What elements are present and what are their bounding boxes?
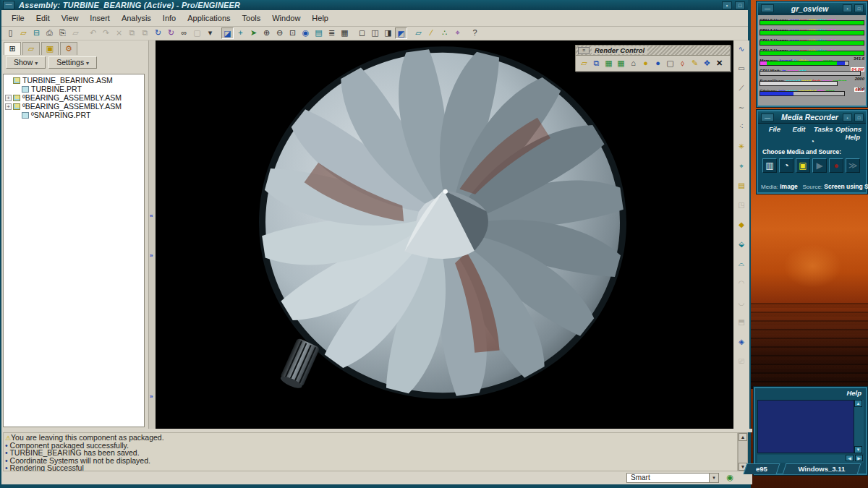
movie-media-button[interactable]: ▥ [762, 158, 777, 173]
note-tool-icon[interactable]: ▤ [736, 180, 748, 192]
menu-options[interactable]: Options [835, 125, 861, 133]
maximize-button[interactable]: □ [735, 1, 745, 9]
zoom-out-icon[interactable]: ⊖ [273, 27, 286, 39]
scroll-up-icon[interactable]: ▲ [854, 400, 862, 407]
context-help-icon[interactable]: ? [469, 27, 481, 39]
open-scene-icon[interactable]: ▱ [578, 58, 590, 69]
view-manager-icon[interactable]: ▦ [339, 27, 351, 39]
datum-axes-toggle-icon[interactable]: ⁄ [425, 27, 438, 39]
display-no-hidden-icon[interactable]: ◨ [382, 27, 394, 39]
maximize-icon[interactable]: □ [854, 4, 864, 12]
minimize-button[interactable]: • [722, 1, 732, 9]
round-tool-icon[interactable]: ◠ [736, 278, 748, 289]
drag-handle-icon[interactable]: ≡ [578, 47, 590, 54]
maximize-icon[interactable]: □ [854, 114, 864, 121]
help-content-area[interactable] [757, 400, 854, 453]
render-icon[interactable]: ❖ [701, 58, 713, 69]
texture-icon[interactable]: ⬨ [676, 58, 689, 69]
orient-mode-icon[interactable]: ➤ [247, 27, 260, 39]
model-tree-tab-icon[interactable]: ⊞ [4, 42, 21, 55]
menu-file[interactable]: File [762, 125, 787, 133]
scene-icon[interactable]: ▦ [603, 58, 615, 69]
scroll-up-icon[interactable]: ▲ [739, 433, 747, 441]
chamfer-tool-icon[interactable]: ◡ [736, 297, 748, 309]
minimize-icon[interactable]: — [761, 114, 774, 121]
menu-info[interactable]: Info [157, 12, 182, 25]
menu-view[interactable]: View [56, 12, 85, 25]
scroll-down-icon[interactable]: ▼ [854, 446, 862, 453]
folder-browser-tab-icon[interactable]: ▱ [22, 42, 40, 55]
taskbar-tab-windows-3-11[interactable]: Windows_3.11 [783, 463, 861, 474]
menu-edit[interactable]: Edit [787, 125, 812, 133]
revolve-tool-icon[interactable]: ◈ [736, 336, 748, 348]
tree-item-bearing-assembly-1[interactable]: + ºBEARING_ASSEMBLY.ASM [5, 93, 144, 102]
menu-analysis[interactable]: Analysis [116, 12, 157, 25]
copy-geom-tool-icon[interactable]: ◳ [736, 200, 748, 211]
record-button[interactable]: ● [829, 158, 843, 173]
taskbar-tab-e95[interactable]: e95 [744, 463, 780, 474]
menu-edit[interactable]: Edit [30, 12, 56, 25]
datum-curve-tool-icon[interactable]: ∼ [736, 102, 748, 114]
tree-item-turbine-prt[interactable]: TURBINE.PRT [14, 85, 144, 93]
regenerate-custom-icon[interactable]: ↻ [165, 27, 177, 39]
rib-tool-icon[interactable]: ⌓ [736, 258, 748, 270]
scroll-right-icon[interactable]: ▶ [855, 455, 863, 461]
scroll-left-icon[interactable]: ◀ [846, 455, 854, 461]
shade-icon[interactable]: ◪ [221, 27, 234, 39]
display-wireframe-icon[interactable]: ◻ [356, 27, 368, 39]
select-box-icon[interactable]: ▢ [191, 27, 203, 39]
expand-icon[interactable]: + [5, 95, 12, 101]
restore-icon[interactable]: • [843, 114, 852, 121]
chevron-down-icon[interactable]: ▾ [709, 474, 718, 482]
gr-osview-titlebar[interactable]: — gr_osview • □ [758, 3, 866, 14]
copy-scene-icon[interactable]: ⧉ [590, 58, 603, 69]
tree-item-snapring-prt[interactable]: ºSNAPRING.PRT [14, 111, 144, 119]
new-icon[interactable]: ▯ [4, 27, 17, 39]
reorient-icon[interactable]: ◉ [299, 27, 312, 39]
media-recorder-titlebar[interactable]: — Media Recorder • □ [758, 111, 866, 124]
undo-icon[interactable]: ↶ [87, 27, 99, 39]
render-control-palette[interactable]: ≡ Render Control ▱ ⧉ ▦ ▦ ⌂ ● ● ▢ ⬨ ✎ ❖ ✕ [575, 45, 731, 72]
room-editor-icon[interactable]: ⌂ [627, 58, 639, 69]
environment-icon[interactable]: ▦ [615, 58, 627, 69]
sash-expand-icon[interactable]: » [150, 252, 153, 259]
menu-applications[interactable]: Applications [182, 12, 236, 25]
shell-tool-icon[interactable]: ⬙ [736, 239, 748, 250]
spin-center-icon[interactable]: + [234, 27, 247, 39]
refit-icon[interactable]: ⊡ [286, 27, 299, 39]
display-shaded-icon[interactable]: ◩ [395, 27, 407, 39]
panel-sash[interactable]: « » » [148, 40, 156, 429]
menu-help[interactable]: Help [755, 388, 866, 398]
analysis-measure-tool-icon[interactable]: ⌖ [736, 160, 748, 172]
show-dropdown[interactable]: Show ▾ [6, 56, 46, 69]
title-bar[interactable]: — Assembly: TURBINE_BEARING (Active) - P… [1, 0, 748, 10]
select-dropdown-icon[interactable]: ▾ [204, 27, 216, 39]
window-menu-button[interactable]: — [3, 1, 14, 9]
datum-plane-tool-icon[interactable]: ▭ [736, 63, 748, 74]
menu-window[interactable]: Window [266, 12, 306, 25]
csys-tool-icon[interactable]: ✳ [736, 141, 748, 153]
datum-point-tool-icon[interactable]: ⁖ [736, 121, 748, 133]
lights-icon[interactable]: ● [639, 58, 652, 69]
zoom-in-icon[interactable]: ⊕ [260, 27, 273, 39]
cut-icon[interactable]: ⨯ [113, 27, 125, 39]
connections-tab-icon[interactable]: ⚙ [60, 42, 77, 55]
edit-pencil-icon[interactable]: ✎ [689, 58, 701, 69]
regenerate-icon[interactable]: ↻ [152, 27, 164, 39]
datum-planes-toggle-icon[interactable]: ▱ [412, 27, 425, 39]
horizontal-scrollbar[interactable]: ◀ ▶ [757, 455, 864, 463]
sketch-tool-icon[interactable]: ∿ [736, 43, 748, 55]
tree-item-turbine-bearing-asm[interactable]: TURBINE_BEARING.ASM [5, 76, 144, 85]
find-icon[interactable]: ∞ [178, 27, 190, 39]
redo-icon[interactable]: ↷ [100, 27, 112, 39]
step-button[interactable]: ≫ [846, 158, 860, 173]
sash-collapse-icon[interactable]: « [150, 213, 153, 219]
open-icon[interactable]: ▱ [17, 27, 30, 39]
layers-icon[interactable]: ≣ [326, 27, 338, 39]
favorites-tab-icon[interactable]: ▣ [41, 42, 59, 55]
sweep-tool-icon[interactable]: ⎚ [736, 356, 748, 367]
render-control-titlebar[interactable]: ≡ Render Control [576, 46, 730, 56]
play-button[interactable]: ▶ [812, 158, 827, 173]
menu-tasks[interactable]: Tasks [811, 125, 835, 133]
print-preview-icon[interactable]: ⎘ [56, 27, 69, 39]
